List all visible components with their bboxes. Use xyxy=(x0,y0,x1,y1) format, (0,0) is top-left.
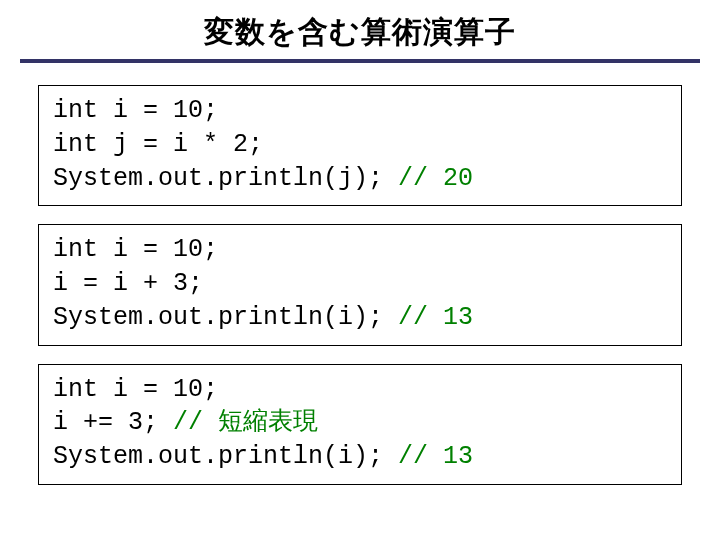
code-line: i += 3; xyxy=(53,408,173,437)
code-line: System.out.println(j); xyxy=(53,164,398,193)
page-title: 変数を含む算術演算子 xyxy=(20,12,700,53)
slide: 変数を含む算術演算子 int i = 10; int j = i * 2; Sy… xyxy=(0,0,720,540)
code-line: System.out.println(i); xyxy=(53,303,398,332)
code-comment: // 20 xyxy=(398,164,473,193)
code-line: int i = 10; xyxy=(53,235,218,264)
code-line: i = i + 3; xyxy=(53,269,203,298)
code-comment: // 短縮表現 xyxy=(173,408,318,437)
code-line: int j = i * 2; xyxy=(53,130,263,159)
code-comment: // 13 xyxy=(398,442,473,471)
code-line: int i = 10; xyxy=(53,96,218,125)
code-comment: // 13 xyxy=(398,303,473,332)
code-box-2: int i = 10; i = i + 3; System.out.printl… xyxy=(38,224,682,345)
code-box-3: int i = 10; i += 3; // 短縮表現 System.out.p… xyxy=(38,364,682,485)
code-box-1: int i = 10; int j = i * 2; System.out.pr… xyxy=(38,85,682,206)
title-container: 変数を含む算術演算子 xyxy=(20,12,700,63)
code-line: System.out.println(i); xyxy=(53,442,398,471)
code-line: int i = 10; xyxy=(53,375,218,404)
